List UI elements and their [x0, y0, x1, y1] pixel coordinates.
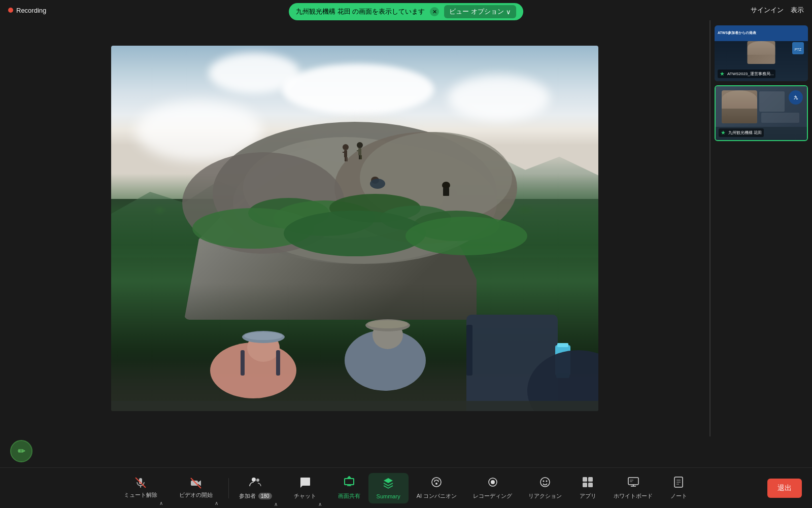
svg-rect-17: [345, 157, 346, 161]
svg-point-59: [546, 481, 548, 482]
notes-label: ノート: [670, 492, 687, 500]
svg-rect-20: [358, 148, 361, 155]
recording-label: レコーディング: [473, 492, 512, 500]
reactions-icon: [539, 476, 551, 490]
svg-rect-63: [588, 483, 593, 487]
recording-button[interactable]: レコーディング: [465, 472, 520, 504]
display-label: 表示: [791, 6, 804, 15]
svg-rect-27: [443, 188, 449, 196]
svg-point-26: [442, 182, 450, 189]
participants-icon: [249, 476, 261, 490]
svg-point-13: [405, 217, 527, 255]
top-right-controls: サインイン 表示: [751, 6, 804, 15]
apps-button[interactable]: アプリ: [570, 472, 605, 504]
svg-point-25: [370, 179, 385, 189]
pin-icon-1: ★: [720, 71, 725, 77]
whiteboard-button[interactable]: ホワイトボード: [605, 472, 661, 504]
ai-companion-button[interactable]: AI コンパニオン: [409, 472, 465, 504]
sidebar-card-1-content: ATWS参加者からの発表 PTZ ★ ATWS2023_運営事務局...: [715, 25, 808, 81]
svg-point-53: [432, 478, 441, 487]
participants-count: 180: [258, 493, 272, 499]
sidebar-video-card-2[interactable]: 九 ★ 九州観光機構 花田: [715, 85, 808, 141]
video-area: [0, 20, 709, 436]
whiteboard-icon: [627, 476, 639, 490]
recording-dot: [8, 8, 13, 13]
recording-label: Recording: [16, 7, 46, 14]
summary-button[interactable]: Summary: [368, 473, 409, 503]
svg-rect-62: [583, 483, 587, 487]
apps-label: アプリ: [580, 492, 596, 500]
mountain-photo: [111, 46, 598, 411]
sidebar-card-1-name: ★ ATWS2023_運営事務局...: [718, 70, 775, 78]
chat-label: チャット: [294, 492, 316, 500]
mute-arrow[interactable]: ∧: [159, 500, 163, 506]
main-video: [111, 46, 598, 411]
video-label: ビデオの開始: [179, 491, 213, 499]
mute-icon: [134, 477, 147, 489]
notes-icon: [672, 476, 685, 490]
view-option-button[interactable]: ビュー オプション ∨: [444, 5, 516, 18]
reactions-label: リアクション: [528, 492, 562, 500]
apps-icon: [582, 476, 594, 490]
svg-rect-33: [276, 350, 280, 376]
annotation-icon: ✏: [18, 446, 25, 457]
svg-point-58: [543, 481, 545, 482]
summary-icon: [382, 477, 394, 491]
svg-point-12: [284, 211, 426, 256]
video-button[interactable]: ビデオの開始 ∧: [171, 473, 226, 503]
main-content: ATWS参加者からの発表 PTZ ★ ATWS2023_運営事務局...: [0, 20, 812, 436]
svg-point-56: [491, 480, 495, 484]
svg-rect-32: [241, 350, 245, 376]
leave-button[interactable]: 退出: [767, 479, 802, 498]
screenshare-icon: [343, 476, 355, 490]
screenshare-label: 画面共有: [338, 492, 360, 500]
reactions-button[interactable]: リアクション: [520, 472, 570, 504]
svg-rect-61: [588, 477, 593, 482]
chat-button[interactable]: チャット ∧: [286, 472, 330, 504]
participants-arrow[interactable]: ∧: [274, 501, 278, 507]
svg-rect-15: [344, 150, 347, 157]
sidebar-video-card-1[interactable]: ATWS参加者からの発表 PTZ ★ ATWS2023_運営事務局...: [715, 25, 808, 81]
sidebar-card-2-content: 九 ★ 九州観光機構 花田: [716, 86, 807, 140]
screenshare-button[interactable]: 画面共有: [330, 472, 368, 504]
top-bar: Recording 九州観光機構 花田 の画面を表示しています ✕ ビュー オプ…: [0, 0, 812, 20]
pin-icon-2: ★: [721, 129, 726, 136]
separator-1: [228, 478, 229, 498]
video-icon: [190, 477, 202, 489]
mute-button[interactable]: ミュート解除 ∧: [116, 473, 171, 503]
svg-rect-41: [557, 343, 568, 347]
sidebar-card-2-name: ★ 九州観光機構 花田: [719, 128, 764, 137]
svg-point-54: [435, 483, 437, 485]
recording-indicator: Recording: [8, 7, 46, 14]
annotation-tool[interactable]: ✏: [10, 440, 32, 462]
video-arrow[interactable]: ∧: [215, 500, 218, 506]
svg-rect-60: [583, 477, 587, 482]
notes-button[interactable]: ノート: [661, 472, 696, 504]
svg-point-49: [252, 478, 256, 482]
ai-icon: [430, 476, 443, 490]
ai-label: AI コンパニオン: [417, 492, 457, 500]
participants-button[interactable]: 参加者 180 ∧: [231, 472, 286, 504]
svg-rect-23: [360, 155, 362, 159]
recording-icon: [487, 476, 499, 490]
svg-rect-64: [628, 478, 638, 485]
svg-point-31: [244, 332, 283, 340]
svg-rect-18: [346, 157, 348, 161]
bottom-toolbar: ミュート解除 ∧ ビデオの開始 ∧: [0, 467, 812, 508]
banner-close-button[interactable]: ✕: [430, 7, 439, 16]
participants-label: 参加者: [239, 492, 256, 500]
svg-rect-44: [111, 401, 598, 411]
mute-label: ミュート解除: [124, 491, 157, 499]
sign-in-button[interactable]: サインイン: [751, 6, 784, 15]
chat-arrow[interactable]: ∧: [318, 501, 322, 507]
right-sidebar: ATWS参加者からの発表 PTZ ★ ATWS2023_運営事務局...: [710, 20, 812, 436]
screen-share-banner: 九州観光機構 花田 の画面を表示しています ✕ ビュー オプション ∨: [289, 3, 523, 20]
svg-point-50: [256, 479, 259, 482]
summary-label: Summary: [377, 493, 400, 499]
svg-point-37: [367, 320, 408, 328]
whiteboard-label: ホワイトボード: [614, 492, 653, 500]
svg-point-14: [343, 144, 349, 150]
svg-point-57: [540, 478, 550, 487]
svg-rect-22: [359, 155, 360, 159]
svg-point-19: [357, 142, 363, 148]
